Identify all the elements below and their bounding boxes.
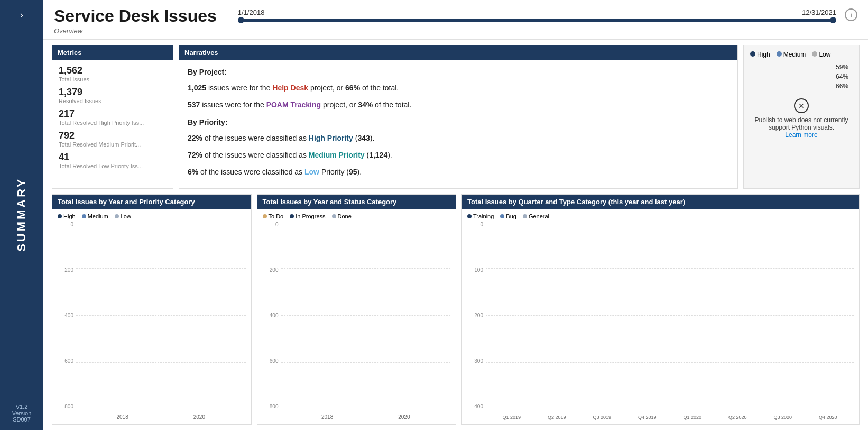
metric-value-total: 1,562 xyxy=(59,65,167,76)
chart3-legend-general: General xyxy=(523,213,549,219)
timeline-handle-right[interactable] xyxy=(830,17,836,23)
metric-value-low: 41 xyxy=(59,152,167,163)
pct1: 59% xyxy=(750,63,848,71)
priority-line1: 22% of the issues were classified as Hig… xyxy=(188,132,729,145)
timeline-bar[interactable] xyxy=(238,19,836,22)
chart2-x-labels: 2018 2020 xyxy=(281,414,451,420)
warning-text: Publish to web does not currently suppor… xyxy=(750,116,853,131)
metric-label-low: Total Resolved Low Priority Iss... xyxy=(59,163,167,169)
dot-low: Low xyxy=(812,51,830,58)
p3-text1: of the issues were classified as xyxy=(198,168,304,176)
x-label-2020b: 2020 xyxy=(368,414,440,420)
p3-text3: ). xyxy=(357,168,362,176)
chart1-area: 8006004002000 xyxy=(58,222,246,420)
timeline-handle-left[interactable] xyxy=(238,17,244,23)
chart3-y-axis: 4003002001000 xyxy=(467,222,483,409)
page-title: Service Desk Issues xyxy=(54,6,217,26)
line1-text2: project, or xyxy=(308,84,345,92)
chart1-header: Total Issues by Year and Priority Catego… xyxy=(52,195,251,209)
chart3-legend-bug: Bug xyxy=(500,213,516,219)
line2-num: 537 xyxy=(188,100,200,109)
metric-value-medium: 792 xyxy=(59,130,167,141)
p3-count: 95 xyxy=(349,168,357,176)
line2-text2: project, or xyxy=(321,100,358,109)
priority-line3: 6% of the issues were classified as Low … xyxy=(188,166,729,179)
x-label-q22019: Q2 2019 xyxy=(535,415,579,420)
metric-label-resolved: Resolved Issues xyxy=(59,98,167,104)
sidebar-toggle[interactable]: › xyxy=(16,5,27,25)
chart1-legend-low: Low xyxy=(115,213,131,219)
timeline[interactable]: 1/1/2018 12/31/2021 xyxy=(238,6,836,22)
dot-high: High xyxy=(750,51,770,58)
narratives-line2: 537 issues were for the POAM Tracking pr… xyxy=(188,99,729,112)
chart3-legend: Training Bug General xyxy=(467,213,854,219)
chart1-legend-high: High xyxy=(58,213,76,219)
chart1-y-axis: 8006004002000 xyxy=(58,222,73,409)
legend-dots: High Medium Low xyxy=(750,51,853,58)
info-icon[interactable]: i xyxy=(845,8,857,21)
chart3-panel: Total Issues by Quarter and Type Categor… xyxy=(461,194,860,425)
metric-high-priority: 217 Total Resolved High Priority Iss... xyxy=(59,108,167,126)
date-end: 12/31/2021 xyxy=(802,8,836,16)
x-label-q22020: Q2 2020 xyxy=(716,415,760,420)
x-label-2018b: 2018 xyxy=(292,414,363,420)
p2-priority: Medium Priority xyxy=(309,151,365,159)
content-area: Metrics 1,562 Total Issues 1,379 Resolve… xyxy=(43,40,868,430)
chart3-x-labels: Q1 2019 Q2 2019 Q3 2019 Q4 2019 Q1 2020 … xyxy=(486,415,854,420)
sidebar-version: V1.2 Version SD007 xyxy=(12,404,32,425)
page-subtitle: Overview xyxy=(54,27,217,35)
metric-label-high: Total Resolved High Priority Iss... xyxy=(59,120,167,126)
legend-warning: ✕ Publish to web does not currently supp… xyxy=(750,98,853,139)
metric-medium-priority: 792 Total Resolved Medium Priorit... xyxy=(59,130,167,148)
date-start: 1/1/2018 xyxy=(238,8,265,16)
bottom-row: Total Issues by Year and Priority Catego… xyxy=(52,194,860,425)
x-label-q32020: Q3 2020 xyxy=(761,415,805,420)
sidebar: › SUMMARY V1.2 Version SD007 xyxy=(0,0,43,430)
chart2-y-axis: 8006004002000 xyxy=(263,222,279,409)
line2-pct: 34% xyxy=(358,100,373,109)
chart2-header: Total Issues by Year and Status Category xyxy=(257,195,456,209)
timeline-fill xyxy=(238,19,836,22)
p1-count: 343 xyxy=(357,134,370,142)
sidebar-label: SUMMARY xyxy=(15,177,29,252)
chart2-panel: Total Issues by Year and Status Category… xyxy=(257,194,457,425)
chart2-body: To Do In Progress Done 80060 xyxy=(257,209,456,424)
line1-pct: 66% xyxy=(345,84,360,92)
narratives-panel: Narratives By Project: 1,025 issues were… xyxy=(179,45,738,189)
chart1-legend: High Medium Low xyxy=(58,213,246,219)
chart3-body: Training Bug General 4003002 xyxy=(462,209,859,424)
chart1-x-labels: 2018 2020 xyxy=(76,414,246,420)
p1-pct: 22% xyxy=(188,134,202,142)
chart3-area: 4003002001000 xyxy=(467,222,854,420)
metric-total-issues: 1,562 Total Issues xyxy=(59,65,167,83)
line2-text1: issues were for the xyxy=(200,100,266,109)
p3-pct: 6% xyxy=(188,168,198,176)
x-label-q42020: Q4 2020 xyxy=(807,415,850,420)
metric-label-total: Total Issues xyxy=(59,76,167,83)
p3-text2: Priority ( xyxy=(319,168,349,176)
line2-text3: of the total. xyxy=(373,100,411,109)
chart2-legend: To Do In Progress Done xyxy=(263,213,451,219)
warning-icon: ✕ xyxy=(794,98,809,113)
narratives-by-project-label: By Project: xyxy=(188,66,729,79)
priority-line2: 72% of the issues were classified as Med… xyxy=(188,149,729,162)
line1-project: Help Desk xyxy=(272,84,308,92)
chart1-body: High Medium Low 800600400200 xyxy=(52,209,251,424)
chart2-area: 8006004002000 xyxy=(263,222,451,420)
line1-text1: issues were for the xyxy=(206,84,272,92)
p1-text1: of the issues were classified as xyxy=(202,134,309,142)
p2-pct: 72% xyxy=(188,151,202,159)
line1-num: 1,025 xyxy=(188,84,206,92)
learn-more-link[interactable]: Learn more xyxy=(785,131,817,139)
legend-body: High Medium Low 59% 64% 66% ✕ Publish to… xyxy=(744,45,859,188)
timeline-dates: 1/1/2018 12/31/2021 xyxy=(238,8,836,16)
metric-label-medium: Total Resolved Medium Priorit... xyxy=(59,141,167,148)
title-block: Service Desk Issues Overview xyxy=(54,6,217,35)
chart3-header: Total Issues by Quarter and Type Categor… xyxy=(462,195,859,209)
line1-text3: of the total. xyxy=(360,84,399,92)
line2-project: POAM Tracking xyxy=(266,100,321,109)
p2-count: 1,124 xyxy=(369,151,387,159)
metric-low-priority: 41 Total Resolved Low Priority Iss... xyxy=(59,152,167,169)
legend-panel: High Medium Low 59% 64% 66% ✕ Publish to… xyxy=(743,45,860,189)
metrics-body: 1,562 Total Issues 1,379 Resolved Issues… xyxy=(52,60,173,179)
